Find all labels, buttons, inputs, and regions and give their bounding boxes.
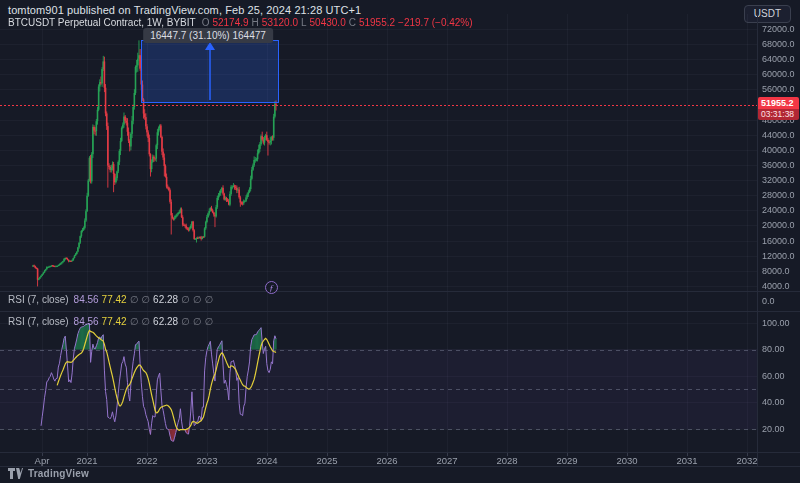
- event-marker-icon[interactable]: ƒ: [265, 281, 278, 294]
- time-tick-label: 2023: [196, 455, 217, 466]
- time-tick-label: 2032: [736, 455, 757, 466]
- arrow-up-icon: [142, 41, 278, 102]
- pane-separator[interactable]: [0, 291, 800, 292]
- rsi-tick-label: 40.00: [762, 397, 785, 407]
- ohlc-values: O52174.9H53120.0L50430.0C51955.2−219.7 (…: [202, 17, 476, 28]
- price-tick-label: 24000.0: [762, 205, 795, 215]
- last-price-badge: 51955.2 03:31:38: [758, 97, 799, 120]
- price-tick-label: 64000.0: [762, 54, 795, 64]
- rsi-tick-label: 80.00: [762, 344, 785, 354]
- price-range-box[interactable]: [141, 40, 279, 103]
- price-tick-label: 60000.0: [762, 69, 795, 79]
- price-tick-label: 4000.0: [762, 281, 790, 291]
- price-tick-label: 44000.0: [762, 130, 795, 140]
- price-tick-label: 16000.0: [762, 236, 795, 246]
- time-tick-label: 2028: [496, 455, 517, 466]
- footer: TradingView: [8, 468, 89, 479]
- tradingview-snapshot: tomtom901 published on TradingView.com, …: [0, 0, 800, 483]
- time-tick-label: 2024: [256, 455, 277, 466]
- symbol-legend: BTCUSDT Perpetual Contract, 1W, BYBITO52…: [8, 17, 479, 28]
- footer-brand: TradingView: [28, 468, 89, 479]
- chart-canvas[interactable]: [0, 0, 800, 483]
- price-tick-label: 40000.0: [762, 145, 795, 155]
- last-price-value: 51955.2: [758, 97, 799, 109]
- rsi-values: 84.5677.42∅∅62.28∅∅∅: [74, 294, 217, 305]
- time-axis-separator: [0, 452, 800, 453]
- symbol-title[interactable]: BTCUSDT Perpetual Contract, 1W, BYBIT: [8, 17, 196, 28]
- rsi-legend-collapsed: RSI (7, close)84.5677.42∅∅62.28∅∅∅: [8, 294, 219, 305]
- time-tick-label: 2029: [556, 455, 577, 466]
- price-tick-label: 20000.0: [762, 220, 795, 230]
- time-tick-label: 2022: [136, 455, 157, 466]
- price-tick-label: 56000.0: [762, 84, 795, 94]
- price-tick-label: 28000.0: [762, 190, 795, 200]
- time-tick-label: 2025: [316, 455, 337, 466]
- price-tick-label: 36000.0: [762, 160, 795, 170]
- rsi-values: 84.5677.42∅∅62.28∅∅∅: [74, 316, 217, 327]
- rsi-legend: RSI (7, close)84.5677.42∅∅62.28∅∅∅: [8, 316, 219, 327]
- rsi-tick-label: 60.00: [762, 371, 785, 381]
- rsi-tick-label: 100.00: [762, 318, 790, 328]
- rsi-indicator-title[interactable]: RSI (7, close): [8, 294, 69, 305]
- time-tick-label: 2027: [436, 455, 457, 466]
- price-tick-label: 0.0: [762, 296, 775, 306]
- price-tick-label: 8000.0: [762, 266, 790, 276]
- footer-separator: [0, 466, 800, 467]
- price-tick-label: 12000.0: [762, 251, 795, 261]
- time-tick-label: 2026: [376, 455, 397, 466]
- price-tick-label: 32000.0: [762, 175, 795, 185]
- price-range-label: 16447.7 (31.10%) 164477: [143, 28, 273, 43]
- time-tick-label: 2030: [616, 455, 637, 466]
- price-axis-separator: [757, 14, 758, 466]
- time-tick-label: Apr: [35, 455, 50, 466]
- tradingview-logo-icon: [8, 468, 23, 479]
- rsi-indicator-title[interactable]: RSI (7, close): [8, 316, 69, 327]
- price-tick-label: 68000.0: [762, 39, 795, 49]
- time-tick-label: 2021: [76, 455, 97, 466]
- time-tick-label: 2031: [676, 455, 697, 466]
- price-tick-label: 72000.0: [762, 24, 795, 34]
- pane-separator[interactable]: [0, 311, 800, 312]
- rsi-tick-label: 20.00: [762, 424, 785, 434]
- bar-countdown: 03:31:38: [758, 109, 799, 120]
